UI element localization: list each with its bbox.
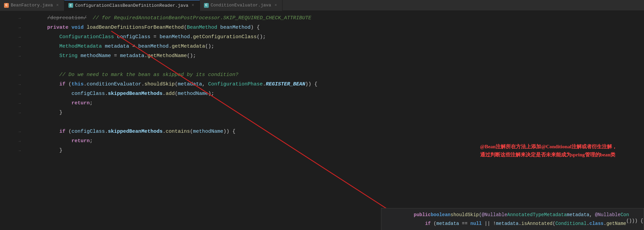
- line-arrow-2: →: [16, 23, 23, 32]
- popup-line-2: if (metadata == null || !metadata.isAnno…: [381, 219, 644, 228]
- tab-icon-configclass: C: [68, 3, 73, 8]
- code-area: → /deprecation/ // for RequiredAnnotatio…: [0, 11, 644, 230]
- tab-icon-conditionevaluator: C: [204, 3, 209, 8]
- annotation-box: @Bean注解所在方法上添加@Conditional注解或者衍生注解， 通过判断…: [480, 143, 617, 159]
- line-arrow-9: →: [16, 89, 23, 99]
- tab-conditionevaluator[interactable]: C ConditionEvaluator.java ×: [200, 0, 283, 11]
- line-arrow-11: →: [16, 108, 23, 118]
- tab-label-beanfactory: BeanFactory.java: [11, 3, 53, 8]
- line-arrow-3: →: [16, 32, 23, 42]
- line-arrow-14: →: [16, 136, 23, 146]
- tab-close-configclass[interactable]: ×: [191, 2, 196, 8]
- line-arrow-1: →: [16, 14, 23, 23]
- annotation-line2: 通过判断这些注解来决定是否未来能成为spring管理的bean类: [480, 151, 617, 159]
- line-arrow-13: →: [16, 127, 23, 136]
- tab-icon-beanfactory: C: [4, 3, 9, 8]
- tab-label-conditionevaluator: ConditionEvaluator.java: [211, 3, 271, 8]
- line-arrow-15: →: [16, 146, 23, 155]
- tab-beanfactory[interactable]: C BeanFactory.java ×: [0, 0, 64, 11]
- bottom-popup: public boolean shouldSkip(@Nullable Anno…: [381, 208, 644, 230]
- code-content: → /deprecation/ // for RequiredAnnotatio…: [0, 11, 644, 230]
- tab-label-configclass: ConfigurationClassBeanDefinitionReader.j…: [75, 3, 188, 8]
- line-arrow-5: →: [16, 51, 23, 61]
- tab-close-beanfactory[interactable]: ×: [55, 2, 60, 8]
- line-arrow-10: →: [16, 99, 23, 108]
- code-line-11: → }: [0, 108, 644, 118]
- line-arrow-7: →: [16, 70, 23, 80]
- tab-close-conditionevaluator[interactable]: ×: [273, 2, 278, 8]
- code-line-5: → String methodName = metadata.getMethod…: [0, 51, 644, 61]
- tab-bar: C BeanFactory.java × C ConfigurationClas…: [0, 0, 644, 11]
- annotation-line1: @Bean注解所在方法上添加@Conditional注解或者衍生注解，: [480, 143, 617, 151]
- line-arrow-8: →: [16, 80, 23, 89]
- line-arrow-4: →: [16, 42, 23, 51]
- tab-configclass[interactable]: C ConfigurationClassBeanDefinitionReader…: [64, 0, 200, 11]
